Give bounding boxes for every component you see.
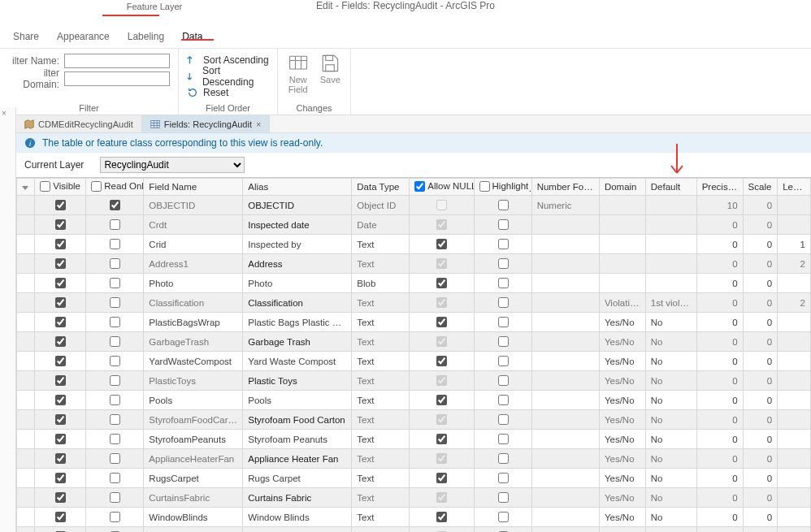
cell-highlight[interactable]	[474, 215, 531, 235]
row-selector[interactable]	[17, 469, 35, 488]
cell-readonly[interactable]	[86, 352, 144, 371]
highlight-checkbox[interactable]	[498, 492, 509, 503]
cell-datatype[interactable]: Text	[352, 430, 410, 449]
cell-scale[interactable]: 0	[743, 527, 778, 533]
cell-numberformat[interactable]	[531, 469, 599, 488]
cell-default[interactable]: 1st violation	[645, 293, 696, 313]
cell-visible[interactable]	[35, 488, 86, 508]
cell-highlight[interactable]	[474, 391, 531, 410]
cell-fieldname[interactable]: Classification	[144, 293, 243, 313]
cell-highlight[interactable]	[474, 430, 531, 449]
cell-default[interactable]: No	[645, 313, 696, 332]
current-layer-select[interactable]: RecyclingAudit	[100, 157, 245, 173]
cell-length[interactable]	[778, 508, 811, 527]
cell-default[interactable]	[645, 235, 696, 254]
table-row[interactable]: OBJECTIDOBJECTIDObject IDNumeric100	[17, 196, 811, 215]
cell-visible[interactable]	[35, 196, 86, 215]
highlight-checkbox[interactable]	[498, 434, 509, 444]
cell-readonly[interactable]	[86, 410, 144, 430]
row-selector[interactable]	[17, 352, 35, 371]
cell-scale[interactable]: 0	[743, 352, 778, 371]
highlight-checkbox[interactable]	[498, 258, 509, 269]
table-row[interactable]: CridInspected byText001	[17, 235, 811, 254]
col-allownull[interactable]: Allow NULL	[410, 179, 474, 196]
cell-datatype[interactable]: Text	[352, 254, 410, 274]
visible-checkbox[interactable]	[55, 414, 66, 425]
cell-length[interactable]	[778, 274, 811, 293]
cell-fieldname[interactable]: GarbageTrash	[144, 332, 243, 352]
col-visible[interactable]: Visible	[35, 179, 86, 196]
cell-datatype[interactable]: Text	[352, 449, 410, 469]
col-default[interactable]: Default	[645, 179, 696, 196]
visible-checkbox[interactable]	[55, 219, 66, 230]
cell-default[interactable]: No	[645, 469, 696, 488]
readonly-checkbox[interactable]	[110, 239, 120, 249]
cell-highlight[interactable]	[474, 410, 531, 430]
cell-datatype[interactable]: Text	[352, 352, 410, 371]
cell-numberformat[interactable]	[531, 332, 599, 352]
highlight-checkbox[interactable]	[498, 453, 509, 464]
cell-length[interactable]	[778, 527, 811, 533]
cell-datatype[interactable]: Text	[352, 371, 410, 391]
visible-checkbox[interactable]	[55, 356, 66, 366]
cell-scale[interactable]: 0	[743, 469, 778, 488]
cell-scale[interactable]: 0	[743, 430, 778, 449]
cell-visible[interactable]	[35, 410, 86, 430]
close-pane-icon[interactable]: ×	[0, 107, 15, 119]
cell-fieldname[interactable]: ApplianceHeaterFan	[144, 449, 243, 469]
cell-length[interactable]	[778, 196, 811, 215]
visible-checkbox[interactable]	[55, 453, 66, 464]
table-row[interactable]: PhotoPhotoBlob00	[17, 274, 811, 293]
cell-allownull[interactable]	[410, 391, 474, 410]
cell-precision[interactable]: 0	[696, 527, 743, 533]
cell-precision[interactable]: 0	[696, 254, 743, 274]
row-selector[interactable]	[17, 508, 35, 527]
cell-scale[interactable]: 0	[743, 410, 778, 430]
cell-allownull[interactable]	[410, 352, 474, 371]
cell-precision[interactable]: 0	[696, 488, 743, 508]
cell-highlight[interactable]	[474, 527, 531, 533]
cell-numberformat[interactable]	[531, 488, 599, 508]
cell-visible[interactable]	[35, 215, 86, 235]
cell-visible[interactable]	[35, 430, 86, 449]
allownull-checkbox[interactable]	[436, 200, 447, 210]
cell-scale[interactable]: 0	[743, 391, 778, 410]
allownull-checkbox[interactable]	[436, 297, 447, 308]
filter-domain-input[interactable]	[64, 71, 170, 86]
cell-default[interactable]: No	[645, 488, 696, 508]
cell-precision[interactable]: 0	[696, 332, 743, 352]
cell-readonly[interactable]	[86, 332, 144, 352]
readonly-checkbox[interactable]	[110, 512, 120, 522]
cell-readonly[interactable]	[86, 469, 144, 488]
cell-highlight[interactable]	[474, 469, 531, 488]
cell-datatype[interactable]: Text	[352, 293, 410, 313]
cell-readonly[interactable]	[86, 293, 144, 313]
cell-alias[interactable]: Inspected by	[243, 235, 352, 254]
cell-readonly[interactable]	[86, 508, 144, 527]
cell-readonly[interactable]	[86, 235, 144, 254]
cell-datatype[interactable]: Text	[352, 527, 410, 533]
cell-length[interactable]	[778, 391, 811, 410]
cell-scale[interactable]: 0	[743, 235, 778, 254]
row-selector[interactable]	[17, 391, 35, 410]
cell-default[interactable]: No	[645, 352, 696, 371]
row-selector[interactable]	[17, 274, 35, 293]
cell-precision[interactable]: 10	[696, 196, 743, 215]
cell-length[interactable]	[778, 430, 811, 449]
cell-scale[interactable]: 0	[743, 293, 778, 313]
readonly-checkbox[interactable]	[110, 200, 120, 210]
readonly-checkbox[interactable]	[110, 395, 120, 405]
tab-share[interactable]: Share	[13, 29, 39, 48]
visible-checkbox[interactable]	[55, 395, 66, 405]
cell-visible[interactable]	[35, 313, 86, 332]
cell-default[interactable]: No	[645, 449, 696, 469]
cell-visible[interactable]	[35, 469, 86, 488]
row-selector[interactable]	[17, 449, 35, 469]
cell-alias[interactable]: Address	[243, 254, 352, 274]
cell-alias[interactable]: Electrical Cord	[243, 527, 352, 533]
cell-visible[interactable]	[35, 293, 86, 313]
col-numberformat[interactable]: Number Format	[531, 179, 599, 196]
cell-precision[interactable]: 0	[696, 352, 743, 371]
highlight-checkbox[interactable]	[498, 200, 509, 210]
readonly-checkbox[interactable]	[110, 375, 120, 386]
